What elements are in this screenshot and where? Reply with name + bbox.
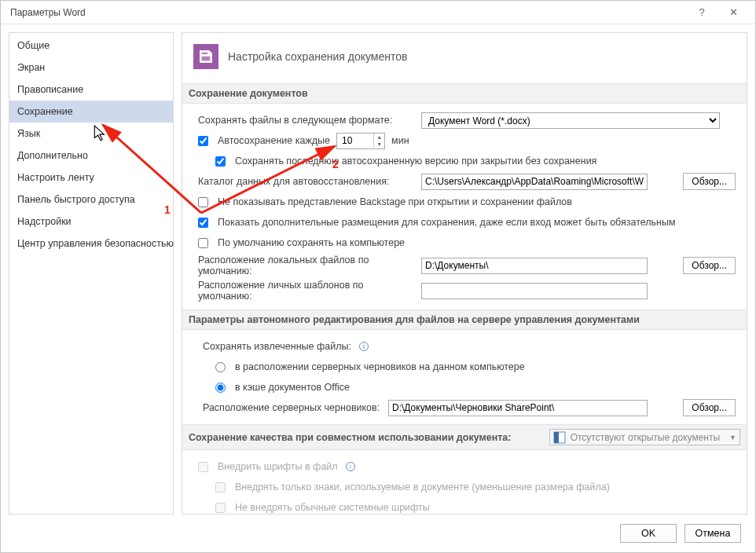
no-system-fonts-label: Не внедрять обычные системные шрифты: [235, 502, 430, 513]
embed-used-chars-checkbox: [215, 482, 226, 493]
dialog-footer: OK Отмена: [1, 515, 755, 552]
no-system-fonts-checkbox: [215, 503, 226, 513]
personal-templates-label: Расположение личных шаблонов по умолчани…: [198, 280, 415, 302]
group-font-quality: Сохранение качества при совместном испол…: [182, 424, 747, 450]
group-save-documents: Сохранение документов: [182, 83, 747, 104]
sidebar-item-1[interactable]: Экран: [9, 57, 173, 79]
default-pc-checkbox[interactable]: [198, 238, 208, 248]
show-additional-label: Показать дополнительные размещения для с…: [218, 217, 676, 228]
options-dialog: Параметры Word ? ✕ ОбщиеЭкранПравописани…: [0, 0, 756, 553]
autosave-minutes-input[interactable]: [342, 135, 365, 146]
embed-fonts-label: Внедрить шрифты в файл: [218, 461, 338, 472]
local-files-label: Расположение локальных файлов по умолчан…: [198, 255, 415, 276]
autosave-checkbox[interactable]: [198, 136, 208, 146]
autorecover-path-input[interactable]: [421, 174, 648, 190]
autorecover-path-label: Каталог данных для автовосстановления:: [198, 176, 415, 187]
autorecover-browse-button[interactable]: Обзор...: [683, 173, 736, 190]
word-doc-icon: [553, 431, 566, 444]
keep-last-autosave-checkbox[interactable]: [215, 156, 226, 167]
save-disk-icon: [193, 44, 218, 69]
keep-last-autosave-label: Сохранять последнюю автосохраненную верс…: [235, 156, 596, 167]
server-drafts-radio[interactable]: [215, 362, 226, 372]
embed-fonts-checkbox: [198, 462, 208, 472]
sidebar-item-9[interactable]: Центр управления безопасностью: [9, 233, 173, 255]
local-files-browse-button[interactable]: Обзор...: [683, 257, 736, 274]
sidebar-item-0[interactable]: Общие: [9, 35, 173, 57]
server-drafts-path-label: Расположение серверных черновиков:: [203, 402, 382, 413]
chevron-down-icon: ▼: [729, 434, 736, 441]
save-format-label: Сохранять файлы в следующем формате:: [198, 115, 415, 126]
info-icon: i: [346, 462, 355, 471]
spinner-down[interactable]: ▼: [374, 141, 384, 148]
server-drafts-path-input[interactable]: [388, 400, 648, 416]
office-cache-radio[interactable]: [215, 383, 226, 393]
sidebar-item-5[interactable]: Дополнительно: [9, 145, 173, 167]
sidebar-item-7[interactable]: Панель быстрого доступа: [9, 189, 173, 211]
titlebar: Параметры Word ? ✕: [1, 1, 755, 24]
page-header: Настройка сохранения документов: [193, 44, 736, 69]
sidebar-item-2[interactable]: Правописание: [9, 79, 173, 101]
svg-rect-1: [554, 432, 559, 443]
sidebar-item-4[interactable]: Язык: [9, 123, 173, 145]
sidebar-item-8[interactable]: Надстройки: [9, 211, 173, 233]
sidebar-item-6[interactable]: Настроить ленту: [9, 167, 173, 189]
page-title: Настройка сохранения документов: [228, 50, 407, 63]
cancel-button[interactable]: Отмена: [684, 524, 741, 543]
server-drafts-radio-label: в расположении серверных черновиков на д…: [235, 361, 525, 372]
local-files-input[interactable]: [421, 258, 648, 274]
group-font-quality-label: Сохранение качества при совместном испол…: [189, 432, 511, 443]
save-format-select[interactable]: Документ Word (*.docx): [421, 112, 720, 129]
server-drafts-browse-button[interactable]: Обзор...: [683, 399, 736, 416]
window-title: Параметры Word: [10, 7, 686, 18]
show-additional-checkbox[interactable]: [198, 218, 208, 228]
default-pc-label: По умолчанию сохранять на компьютере: [218, 237, 405, 248]
category-sidebar: ОбщиеЭкранПравописаниеСохранениеЯзыкДопо…: [9, 32, 174, 515]
ok-button[interactable]: OK: [620, 524, 677, 543]
sidebar-item-3[interactable]: Сохранение: [9, 101, 173, 123]
personal-templates-input[interactable]: [421, 283, 648, 299]
group-offline-editing: Параметры автономного редактирования для…: [182, 309, 747, 330]
autosave-label: Автосохранение каждые: [218, 135, 330, 146]
info-icon[interactable]: i: [359, 342, 369, 351]
no-backstage-label: Не показывать представление Backstage пр…: [218, 196, 572, 207]
office-cache-radio-label: в кэше документов Office: [235, 382, 350, 393]
settings-panel: Настройка сохранения документов Сохранен…: [182, 32, 747, 515]
autosave-minutes-spinner[interactable]: ▲▼: [336, 133, 385, 149]
document-selector[interactable]: Отсутствуют открытые документы ▼: [549, 429, 740, 445]
autosave-unit-label: мин: [391, 135, 409, 146]
close-button[interactable]: ✕: [717, 6, 749, 18]
help-button[interactable]: ?: [686, 6, 717, 18]
save-checkedout-label: Сохранять извлеченные файлы:: [203, 341, 351, 352]
no-backstage-checkbox[interactable]: [198, 197, 208, 207]
embed-used-chars-label: Внедрять только знаки, используемые в до…: [235, 482, 610, 493]
spinner-up[interactable]: ▲: [374, 134, 384, 141]
